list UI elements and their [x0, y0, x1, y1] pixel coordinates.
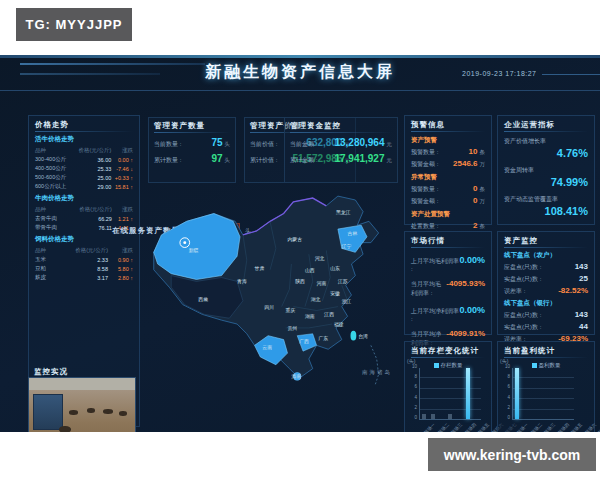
- table-row: 600公斤以上29.0015.81 ↑: [35, 182, 133, 191]
- svg-text:广东: 广东: [319, 335, 329, 341]
- disposal-alert-title: 资产处置预警: [411, 210, 485, 219]
- table-row: 去骨牛肉66.291.21 ↑: [35, 214, 133, 223]
- svg-text:湖南: 湖南: [305, 314, 315, 319]
- svg-text:台湾: 台湾: [358, 333, 368, 340]
- website-watermark: www.kering-tvb.com: [428, 438, 596, 471]
- x-axis-labels: 牧场一牧场二牧场三牧场四牧场五牧场六牧场七: [419, 422, 481, 427]
- stat-row: 当前金额 :13,280,964元: [290, 137, 392, 149]
- table-row: 豆粕8.585.80 ↑: [35, 264, 133, 273]
- stat-row: 当前数量 :75头: [154, 137, 230, 149]
- svg-text:新疆: 新疆: [189, 247, 199, 253]
- table-row: 麸皮3.172.80 ↑: [35, 273, 133, 282]
- right-column-b: 企业运营指标 资产价值增长率 4.76% 资金周转率 74.99% 资产动态监管…: [497, 115, 595, 432]
- sea-dash-line: [371, 345, 379, 386]
- audit-row: 误差率 :-82.52%: [504, 286, 588, 296]
- datetime-display: 2019-09-23 17:18:27: [462, 70, 537, 77]
- market-row: 当月平均毛利润率 :-4095.93%: [411, 279, 485, 298]
- page: TG: MYYJJPP 新融生物资产信息大屏 2019-09-23 17:18:…: [0, 0, 600, 480]
- china-map: 新疆 西藏 青海 甘肃 内蒙古 黑龙江 吉林 辽宁 河北 山西 山东 陕西 河南…: [146, 190, 398, 398]
- svg-text:云南: 云南: [262, 345, 272, 350]
- indicator-title: 企业运营指标: [504, 120, 588, 132]
- svg-text:陕西: 陕西: [295, 278, 305, 284]
- alert-row: 预警金额 :0万: [411, 196, 485, 206]
- south-sea-label: 南海诸岛: [362, 369, 392, 376]
- telegram-watermark: TG: MYYJJPP: [16, 8, 132, 41]
- cattle-silhouette: [87, 408, 95, 413]
- y-axis-ticks: 1086420: [500, 364, 510, 420]
- market-row: 上月平均净利润率 :0.00%: [411, 305, 485, 322]
- market-row: 上月平均毛利润率 :0.00%: [411, 255, 485, 272]
- market-panel: 市场行情 上月平均毛利润率 :0.00% 当月平均毛利润率 :-4095.93%…: [404, 231, 492, 335]
- audit-title: 资产监控: [504, 236, 588, 248]
- abnormal-alert-title: 异常预警: [411, 173, 485, 182]
- table-row: 500-600公斤25.00+0.33 ↑: [35, 173, 133, 182]
- live-cattle-price-title: 活牛价格走势: [35, 135, 133, 144]
- cattle-silhouette: [59, 426, 71, 432]
- china-map-svg: 新疆 西藏 青海 甘肃 内蒙古 黑龙江 吉林 辽宁 河北 山西 山东 陕西 河南…: [146, 190, 398, 398]
- svg-text:甘肃: 甘肃: [255, 266, 265, 271]
- dashboard: 新融生物资产信息大屏 2019-09-23 17:18:27 价格走势 活牛价格…: [0, 55, 600, 432]
- audit-panel: 资产监控 线下盘点（农户） 应盘点(只)数 :143 实盘点(只)数 :25 误…: [497, 231, 595, 335]
- profit-chart-panel: 当前盈利统计 盈利数量 (头) 1086420 牧场一牧场二牧场三牧场四牧场五牧…: [497, 341, 595, 432]
- indicator-panel: 企业运营指标 资产价值增长率 4.76% 资金周转率 74.99% 资产动态监管…: [497, 115, 595, 225]
- stat-row: 累计数量 :97头: [154, 153, 230, 165]
- svg-text:山东: 山东: [330, 265, 340, 271]
- audit-row: 应盘点(只)数 :143: [504, 262, 588, 272]
- svg-text:重庆: 重庆: [286, 307, 296, 313]
- alerts-title: 预警信息: [411, 120, 485, 132]
- indicator-row: 资产价值增长率 4.76%: [504, 137, 588, 159]
- svg-text:福建: 福建: [334, 321, 344, 328]
- asset-alert-title: 资产预警: [411, 136, 485, 145]
- svg-text:吉林: 吉林: [348, 231, 358, 236]
- svg-text:山西: 山西: [305, 267, 315, 273]
- table-row: 300-400公斤36.000.00 ↑: [35, 155, 133, 164]
- svg-text:四川: 四川: [264, 305, 274, 310]
- alerts-panel: 预警信息 资产预警 预警数量 :10条 预警金额 :2546.6万 异常预警 预…: [404, 115, 492, 225]
- col-header: 涨跌: [111, 146, 133, 155]
- live-monitor-photo: [28, 377, 136, 432]
- table-header-row: 品种 价格(元/公斤) 涨跌: [35, 246, 133, 255]
- dashboard-header: 新融生物资产信息大屏 2019-09-23 17:18:27: [0, 55, 600, 91]
- table-header-row: 品种 价格(元/公斤) 涨跌: [35, 146, 133, 155]
- col-header: 价格(元/公斤): [72, 146, 111, 155]
- bar: [422, 414, 426, 419]
- bank-audit-title: 线下盘点（银行）: [504, 299, 588, 308]
- cattle-silhouette: [103, 409, 113, 414]
- bar: [431, 414, 435, 419]
- chart-title: 当前存栏变化统计: [411, 346, 485, 358]
- table-row: 玉米2.330.90 ↑: [35, 255, 133, 264]
- stat-title: 管理资金监控: [290, 121, 392, 133]
- indicator-row: 资金周转率 74.99%: [504, 166, 588, 188]
- bar: [448, 414, 452, 419]
- audit-row: 应盘点(只)数 :143: [504, 310, 588, 320]
- cattle-silhouette: [119, 411, 127, 416]
- beef-price-title: 牛肉价格走势: [35, 194, 133, 203]
- asset-quantity-panel: 管理资产数量 当前数量 :75头 累计数量 :97头: [148, 117, 236, 183]
- bar-highlight: [466, 368, 470, 419]
- market-title: 市场行情: [411, 236, 485, 248]
- region-taiwan: [351, 331, 357, 341]
- alert-row: 处置数量 :2条: [411, 221, 485, 231]
- svg-text:安徽: 安徽: [330, 290, 340, 297]
- alert-row: 预警金额 :2546.6万: [411, 159, 485, 169]
- cattle-silhouette: [69, 410, 78, 415]
- indicator-row: 资产动态监管覆盖率 108.41%: [504, 195, 588, 217]
- bar-plot: [512, 368, 574, 420]
- audit-row: 实盘点(只)数 :25: [504, 274, 588, 284]
- farm-location-dot: [183, 241, 186, 244]
- live-cattle-price-table: 品种 价格(元/公斤) 涨跌 300-400公斤36.000.00 ↑ 400-…: [35, 146, 133, 191]
- y-axis-ticks: 1086420: [407, 364, 417, 420]
- feed-price-table: 品种 价格(元/公斤) 涨跌 玉米2.330.90 ↑ 豆粕8.585.80 ↑…: [35, 246, 133, 282]
- svg-text:辽宁: 辽宁: [341, 243, 352, 249]
- audit-row: 实盘点(只)数 :44: [504, 322, 588, 332]
- farmer-audit-title: 线下盘点（农户）: [504, 251, 588, 260]
- barn-structure: [33, 394, 63, 430]
- svg-text:贵州: 贵州: [288, 325, 298, 331]
- table-row: 400-500公斤25.33-7.46 ↓: [35, 164, 133, 173]
- svg-text:广西: 广西: [299, 338, 309, 344]
- right-column-a: 预警信息 资产预警 预警数量 :10条 预警金额 :2546.6万 异常预警 预…: [404, 115, 492, 432]
- chart-title: 当前盈利统计: [504, 346, 588, 358]
- alert-row: 预警数量 :0条: [411, 184, 485, 194]
- fund-monitor-panel: 管理资金监控 当前金额 :13,280,964元 累计金额 :17,941,92…: [284, 117, 398, 183]
- svg-text:西藏: 西藏: [198, 296, 208, 302]
